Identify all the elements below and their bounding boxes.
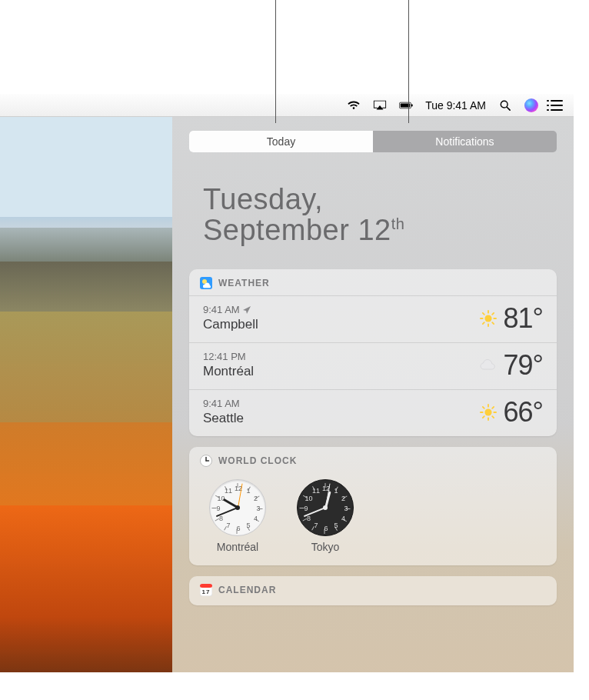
callout-line-notifications	[408, 0, 409, 123]
weather-title: WEATHER	[218, 278, 270, 288]
weather-temp: 81°	[504, 302, 543, 335]
svg-line-12	[482, 313, 484, 315]
weather-row[interactable]: 9:41 AM Campbell 81°	[189, 295, 557, 342]
today-date-heading: Tuesday, September 12th	[203, 185, 557, 246]
clock-city: Montréal	[217, 541, 258, 553]
weather-widget[interactable]: WEATHER 9:41 AM Campbell 81° 12:41 PM	[189, 269, 557, 436]
svg-text:17: 17	[202, 588, 211, 595]
wifi-icon[interactable]	[347, 100, 361, 111]
battery-icon[interactable]	[399, 100, 413, 111]
svg-rect-2	[411, 104, 413, 106]
weather-city: Seattle	[203, 411, 478, 426]
nc-tab-segment: Today Notifications	[189, 131, 557, 152]
weather-row[interactable]: 12:41 PM Montréal 79°	[189, 342, 557, 389]
world-clock-item[interactable]: 121234567891011 Montréal	[209, 479, 266, 553]
weather-temp: 66°	[504, 396, 543, 428]
screenshot-stage: Tue 9:41 AM Today Notifications Tuesday,…	[0, 94, 574, 672]
weather-time: 9:41 AM	[203, 398, 240, 409]
clock-city: Tokyo	[311, 541, 340, 553]
clock-face: 121234567891011	[209, 479, 266, 536]
tab-today[interactable]: Today	[189, 131, 373, 152]
spotlight-icon[interactable]	[498, 100, 512, 111]
svg-line-24	[492, 407, 494, 408]
calendar-widget[interactable]: 17 CALENDAR	[189, 576, 557, 605]
world-clock-item[interactable]: 121234567891011 Tokyo	[297, 479, 354, 553]
svg-line-4	[507, 107, 510, 110]
world-clock-widget[interactable]: WORLD CLOCK 121234567891011 Montréal 121…	[189, 447, 557, 565]
calendar-title: CALENDAR	[218, 585, 276, 595]
svg-point-16	[484, 408, 491, 415]
clock-face: 121234567891011	[297, 479, 354, 536]
menu-clock[interactable]: Tue 9:41 AM	[425, 99, 486, 112]
date-monthday: September 12	[203, 214, 391, 246]
svg-line-21	[482, 407, 484, 408]
weather-city: Campbell	[203, 317, 478, 332]
world-clock-title: WORLD CLOCK	[218, 455, 297, 466]
callout-line-today	[275, 0, 276, 123]
desktop-wallpaper	[0, 117, 172, 672]
weather-city: Montréal	[203, 364, 478, 379]
svg-line-15	[492, 313, 494, 315]
svg-line-13	[492, 322, 494, 324]
tab-notifications[interactable]: Notifications	[373, 131, 557, 152]
date-weekday: Tuesday,	[203, 183, 323, 215]
weather-row[interactable]: 9:41 AM Seattle 66°	[189, 389, 557, 436]
weather-temp: 79°	[504, 349, 543, 382]
sunny-icon	[478, 404, 499, 421]
svg-point-7	[484, 315, 491, 322]
date-ordinal: th	[391, 215, 405, 232]
notification-center-panel: Today Notifications Tuesday, September 1…	[172, 117, 574, 672]
notification-center-icon[interactable]	[551, 98, 563, 112]
weather-app-icon	[200, 277, 212, 289]
svg-line-22	[492, 416, 494, 418]
weather-time: 9:41 AM	[203, 304, 240, 315]
siri-icon[interactable]	[524, 98, 538, 112]
svg-line-14	[482, 322, 484, 324]
weather-time: 12:41 PM	[203, 351, 246, 362]
svg-rect-29	[200, 584, 212, 588]
menu-bar: Tue 9:41 AM	[0, 94, 574, 117]
airplay-icon[interactable]	[373, 100, 387, 111]
calendar-app-icon: 17	[200, 584, 212, 596]
svg-line-23	[482, 416, 484, 418]
location-arrow-icon	[243, 306, 251, 314]
clock-app-icon	[200, 455, 212, 467]
cloudy-icon	[478, 358, 499, 372]
sunny-icon	[478, 310, 499, 327]
